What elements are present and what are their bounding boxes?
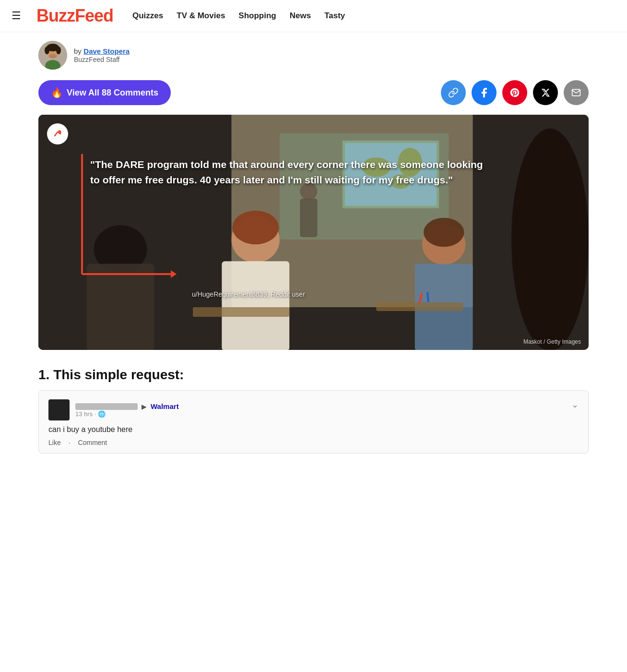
- author-name[interactable]: Dave Stopera: [83, 47, 130, 55]
- comment-meta: ▶ Walmart 13 hrs · 🌐: [75, 402, 179, 418]
- nav-links: Quizzes TV & Movies Shopping News Tasty: [132, 11, 345, 21]
- svg-point-25: [511, 129, 589, 350]
- avatar: [38, 41, 67, 70]
- article-body: 1. This simple request: ⌄ ▶ Walmart 13 h…: [0, 367, 627, 454]
- navbar: ☰ BuzzFeed Quizzes TV & Movies Shopping …: [0, 0, 627, 32]
- svg-point-4: [45, 47, 49, 54]
- svg-point-23: [424, 218, 464, 247]
- share-email-button[interactable]: [564, 80, 589, 105]
- comment-header: ▶ Walmart 13 hrs · 🌐: [48, 399, 571, 420]
- fire-emoji: 🔥: [51, 87, 63, 98]
- comment-arrow: ▶: [142, 403, 147, 410]
- comment-user-row: ▶ Walmart: [75, 402, 179, 410]
- svg-point-30: [51, 127, 64, 141]
- svg-rect-27: [376, 302, 463, 311]
- svg-point-6: [49, 54, 57, 58]
- share-icons: [441, 80, 589, 105]
- nav-item-news[interactable]: News: [290, 11, 311, 20]
- comment-card: ⌄ ▶ Walmart 13 hrs · 🌐 can i buy a youtu…: [38, 390, 589, 454]
- share-facebook-button[interactable]: [472, 80, 497, 105]
- list-item-heading: 1. This simple request:: [38, 367, 589, 383]
- share-pinterest-button[interactable]: [502, 80, 527, 105]
- svg-rect-16: [300, 199, 317, 237]
- share-x-button[interactable]: [533, 80, 558, 105]
- nav-item-tasty[interactable]: Tasty: [324, 11, 345, 20]
- svg-rect-21: [222, 261, 289, 350]
- nav-item-quizzes[interactable]: Quizzes: [132, 11, 163, 20]
- comment-target: Walmart: [151, 402, 179, 410]
- hamburger-menu[interactable]: ☰: [12, 10, 21, 22]
- view-comments-button[interactable]: 🔥 View All 88 Comments: [38, 80, 171, 105]
- action-row: 🔥 View All 88 Comments: [0, 75, 627, 115]
- svg-rect-26: [193, 307, 289, 317]
- author-staff: BuzzFeed Staff: [74, 56, 130, 63]
- comment-text: can i buy a youtube here: [48, 425, 579, 434]
- svg-point-5: [56, 47, 61, 54]
- comment-reply-button[interactable]: Comment: [78, 439, 107, 446]
- commenter-avatar: [48, 399, 70, 420]
- hero-quote: "The DARE program told me that around ev…: [90, 157, 493, 187]
- comments-button-label: View All 88 Comments: [67, 88, 158, 98]
- hero-image: "The DARE program told me that around ev…: [38, 115, 589, 350]
- collapse-icon[interactable]: ⌄: [571, 399, 579, 410]
- svg-point-20: [232, 211, 279, 244]
- image-credit: Maskot / Getty Images: [523, 338, 581, 345]
- nav-item-tv-movies[interactable]: TV & Movies: [177, 11, 225, 20]
- svg-marker-33: [171, 270, 177, 278]
- share-link-button[interactable]: [441, 80, 466, 105]
- comment-actions: Like · Comment: [48, 439, 579, 446]
- nav-item-shopping[interactable]: Shopping: [238, 11, 276, 20]
- author-info: by Dave Stopera BuzzFeed Staff: [74, 47, 130, 63]
- author-section: by Dave Stopera BuzzFeed Staff: [0, 32, 627, 75]
- author-by-label: by: [74, 47, 82, 55]
- commenter-name-redacted: [75, 403, 138, 410]
- like-button[interactable]: Like: [48, 439, 61, 446]
- action-separator: ·: [69, 439, 71, 446]
- comment-time: 13 hrs · 🌐: [75, 410, 179, 418]
- buzzfeed-badge: [47, 123, 68, 144]
- quote-attribution: u/HugeRequirement8839, Reddit user: [192, 290, 305, 298]
- site-logo[interactable]: BuzzFeed: [36, 6, 113, 26]
